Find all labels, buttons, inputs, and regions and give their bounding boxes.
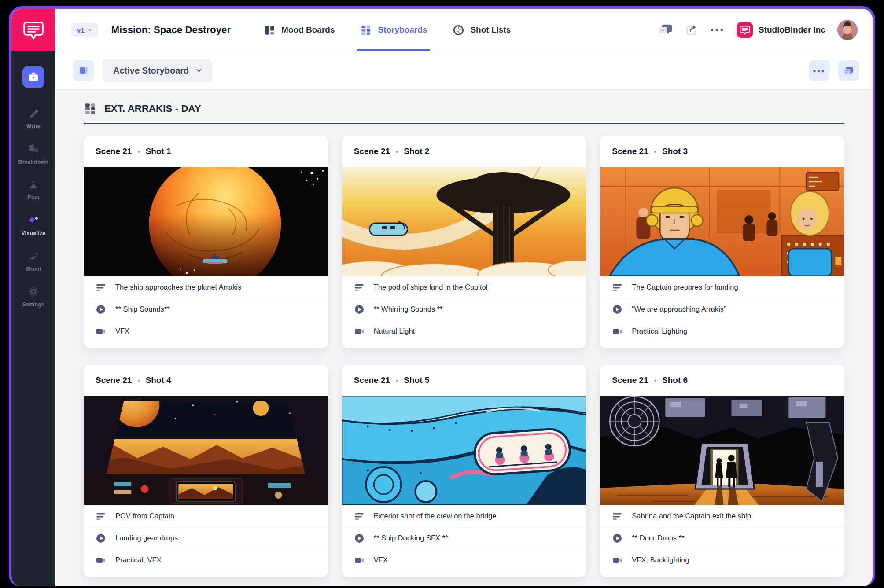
shot-label: Shot 3 — [662, 147, 688, 156]
shot-audio-row[interactable]: Landing gear drops — [84, 527, 328, 549]
storyboard-frame-image[interactable] — [342, 167, 586, 276]
storyboard-toolbar: Active Storyboard ••• — [55, 51, 873, 90]
shot-audio-row[interactable]: “We are approaching Arrakis” — [600, 298, 844, 320]
shot-card-6[interactable]: Scene 21 • Shot 6 — [600, 365, 844, 577]
shot-card-header: Scene 21 • Shot 4 — [84, 365, 328, 396]
storyboard-frame-image[interactable] — [84, 396, 328, 505]
plan-icon — [27, 179, 40, 191]
shot-camera-row[interactable]: Natural Light — [342, 320, 586, 342]
storyboard-frame-image[interactable] — [600, 396, 844, 505]
description-icon — [612, 282, 622, 293]
tab-mood-boards[interactable]: Mood Boards — [251, 9, 347, 51]
shot-card-header: Scene 21 • Shot 2 — [342, 136, 586, 167]
scene-heading: EXT. ARRAKIS - DAY — [104, 103, 201, 114]
sidebar-item-plan[interactable]: Plan — [11, 179, 55, 201]
board-layout-button[interactable] — [73, 60, 94, 81]
shot-card-header: Scene 21 • Shot 6 — [600, 365, 844, 396]
dot-separator: • — [396, 148, 398, 155]
shot-camera-row[interactable]: Practical Lighting — [600, 320, 844, 342]
shot-camera-row[interactable]: VFX — [84, 320, 328, 342]
top-bar: v1 Mission: Space Destroyer Mood Boards … — [11, 9, 873, 51]
user-avatar[interactable] — [837, 20, 858, 40]
video-camera-icon — [96, 326, 106, 337]
video-camera-icon — [96, 555, 106, 566]
shot-grid: Scene 21 • Shot 1 — [84, 136, 844, 577]
storyboard-frame-image[interactable] — [600, 167, 844, 276]
shot-description-row[interactable]: Sabrina and the Captain exit the ship — [600, 505, 844, 527]
shot-card-header: Scene 21 • Shot 5 — [342, 365, 586, 396]
dot-separator: • — [654, 377, 656, 384]
avatar-image — [837, 20, 858, 40]
sidebar-item-visualize[interactable]: Visualize — [11, 214, 55, 236]
sidebar-project-button[interactable] — [22, 66, 44, 88]
app-window: v1 Mission: Space Destroyer Mood Boards … — [9, 6, 875, 586]
board-comments-button[interactable] — [838, 60, 859, 81]
org-logo-badge — [737, 22, 753, 38]
storyboard-canvas: EXT. ARRAKIS - DAY Scene 21 • Shot 1 — [55, 90, 873, 586]
version-label: v1 — [77, 26, 85, 34]
video-camera-icon — [354, 326, 365, 337]
shot-audio-row[interactable]: ** Whirring Sounds ** — [342, 298, 586, 320]
shot-description-row[interactable]: Exterior shot of the crew on the bridge — [342, 505, 586, 527]
shot-camera-row[interactable]: VFX, Backlighting — [600, 549, 844, 571]
write-icon — [27, 107, 40, 120]
dot-separator: • — [396, 377, 398, 384]
shot-card-header: Scene 21 • Shot 1 — [84, 136, 328, 167]
share-icon — [685, 23, 699, 37]
more-options-button[interactable]: ••• — [711, 26, 725, 34]
storyboards-icon — [360, 24, 372, 36]
board-more-button[interactable]: ••• — [809, 60, 830, 81]
tab-shot-lists[interactable]: Shot Lists — [440, 9, 523, 51]
sidebar-item-settings[interactable]: Settings — [11, 286, 55, 308]
shot-camera-row[interactable]: VFX — [342, 549, 586, 571]
chevron-down-icon — [196, 69, 202, 73]
shot-card-4[interactable]: Scene 21 • Shot 4 — [84, 365, 328, 577]
play-icon — [96, 304, 106, 315]
shoot-icon — [27, 250, 40, 262]
shot-description-row[interactable]: The pod of ships land in the Capitol — [342, 276, 586, 298]
dot-separator: • — [137, 148, 140, 155]
shot-card-2[interactable]: Scene 21 • Shot 2 — [342, 136, 586, 348]
video-camera-icon — [354, 555, 365, 566]
tab-storyboards[interactable]: Storyboards — [347, 9, 440, 51]
studiobinder-logo[interactable] — [11, 9, 55, 51]
shot-audio-row[interactable]: ** Ship Docking SFX ** — [342, 527, 586, 549]
scene-divider — [84, 123, 844, 124]
share-button[interactable] — [685, 23, 699, 37]
sidebar-nav: Write Breakdown Plan — [11, 107, 55, 308]
shot-description-row[interactable]: The Captain prepares for landing — [600, 276, 844, 298]
sidebar-item-write[interactable]: Write — [11, 107, 55, 129]
screen: v1 Mission: Space Destroyer Mood Boards … — [0, 0, 884, 588]
sidebar-item-shoot[interactable]: Shoot — [11, 250, 55, 272]
shot-label: Shot 5 — [404, 375, 429, 385]
description-icon — [354, 282, 365, 293]
shot-description-row[interactable]: The ship approaches the planet Arrakis — [84, 276, 328, 298]
shot-audio-row[interactable]: ** Ship Sounds** — [84, 298, 328, 320]
shot-lists-icon — [453, 24, 464, 36]
play-icon — [354, 533, 365, 544]
storyboard-frame-image[interactable] — [342, 396, 586, 505]
breakdown-icon — [27, 143, 40, 155]
sidebar-item-breakdown[interactable]: Breakdown — [11, 143, 55, 165]
shot-audio-row[interactable]: ** Door Drops ** — [600, 527, 844, 549]
comments-icon — [659, 23, 673, 37]
shot-card-3[interactable]: Scene 21 • Shot 3 — [600, 136, 844, 348]
scene-label: Scene 21 — [96, 147, 132, 156]
visualize-icon — [27, 214, 40, 227]
shot-label: Shot 4 — [146, 375, 171, 385]
version-selector[interactable]: v1 — [71, 23, 98, 37]
mood-boards-icon — [264, 24, 276, 36]
organization-menu[interactable]: StudioBinder Inc — [737, 22, 825, 38]
play-icon — [612, 304, 622, 315]
comments-button[interactable] — [659, 23, 673, 37]
shot-label: Shot 2 — [404, 147, 429, 156]
project-title: Mission: Space Destroyer — [111, 24, 231, 36]
shot-description-row[interactable]: POV from Captain — [84, 505, 328, 527]
storyboard-view-selector[interactable]: Active Storyboard — [103, 59, 213, 82]
storyboard-frame-image[interactable] — [84, 167, 328, 276]
shot-card-1[interactable]: Scene 21 • Shot 1 — [84, 136, 328, 348]
shot-card-5[interactable]: Scene 21 • Shot 5 — [342, 365, 586, 577]
gear-icon — [27, 286, 40, 298]
top-bar-inner: v1 Mission: Space Destroyer Mood Boards … — [55, 9, 873, 51]
shot-camera-row[interactable]: Practical, VFX — [84, 549, 328, 571]
